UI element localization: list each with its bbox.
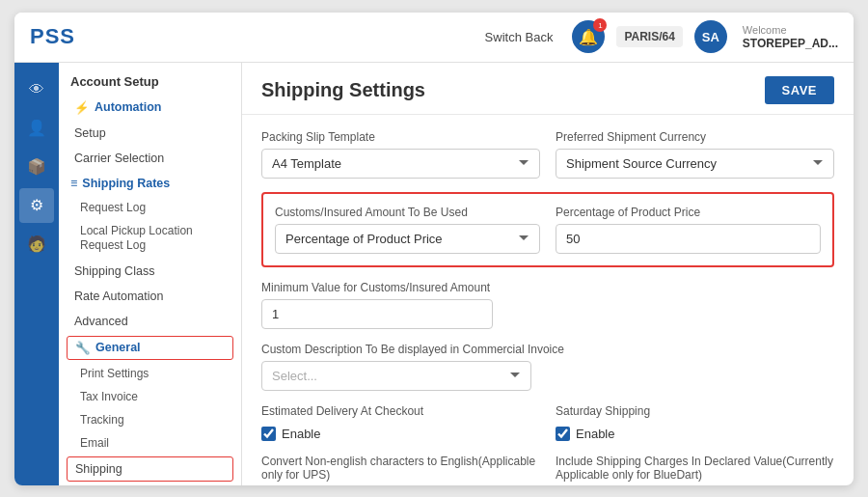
- sidebar-item-shipping[interactable]: Shipping: [67, 456, 233, 482]
- estimated-delivery-label: Estimated Delivery At Checkout: [261, 404, 540, 418]
- saturday-shipping-checkbox-label: Enable: [576, 427, 614, 441]
- notifications-button[interactable]: 🔔 1: [572, 20, 605, 53]
- sidebar-item-tax-invoice[interactable]: Tax Invoice: [59, 385, 241, 408]
- estimated-delivery-checkbox-item: Enable: [261, 427, 540, 441]
- saturday-shipping-label: Saturday Shipping: [556, 404, 834, 418]
- main-content: Shipping Settings SAVE Packing Slip Temp…: [242, 63, 854, 485]
- customs-label: Customs/Insured Amount To Be Used: [275, 206, 540, 219]
- sidebar-item-carrier-selection[interactable]: Carrier Selection: [59, 146, 241, 171]
- sidebar-item-tracking[interactable]: Tracking: [59, 408, 241, 431]
- automation-icon: ⚡: [74, 100, 90, 115]
- saturday-shipping-group: Saturday Shipping Enable: [556, 404, 834, 441]
- header: PSS Switch Back 🔔 1 PARIS/64 SA Welcome …: [14, 13, 854, 63]
- min-value-row: Minimum Value for Customs/Insured Amount: [261, 281, 834, 329]
- min-value-input[interactable]: [261, 299, 493, 329]
- content-body: Packing Slip Template A4 Template Prefer…: [242, 115, 854, 485]
- custom-desc-select[interactable]: Select...: [261, 361, 531, 391]
- convert-group: Convert Non-english characters to Englis…: [261, 455, 540, 482]
- general-icon: 🔧: [75, 341, 91, 355]
- icon-bar-person[interactable]: 🧑: [19, 227, 54, 262]
- min-value-group: Minimum Value for Customs/Insured Amount: [261, 281, 834, 329]
- sidebar-item-automation[interactable]: ⚡ Automation: [59, 95, 241, 121]
- save-button[interactable]: SAVE: [765, 76, 834, 104]
- icon-sidebar: 👁 👤 📦 ⚙ 🧑: [14, 63, 59, 485]
- logo: PSS: [30, 24, 75, 49]
- notification-badge: 1: [593, 18, 607, 32]
- estimated-delivery-checkbox[interactable]: [261, 427, 276, 441]
- estimated-delivery-group: Estimated Delivery At Checkout Enable: [261, 404, 540, 441]
- percentage-input[interactable]: [556, 224, 821, 254]
- welcome-label: Welcome: [743, 23, 838, 37]
- location-badge: PARIS/64: [616, 26, 682, 47]
- row-packing-currency: Packing Slip Template A4 Template Prefer…: [261, 130, 834, 179]
- sidebar-section-title: Account Setup: [59, 63, 241, 95]
- switch-back-link[interactable]: Switch Back: [485, 30, 554, 44]
- packing-slip-select[interactable]: A4 Template: [261, 149, 540, 179]
- custom-desc-label: Custom Description To Be displayed in Co…: [261, 343, 834, 356]
- customs-row: Customs/Insured Amount To Be Used Percen…: [275, 206, 821, 254]
- avatar: SA: [694, 20, 727, 53]
- sidebar-item-advanced[interactable]: Advanced: [59, 309, 241, 334]
- icon-bar-dashboard[interactable]: 👁: [19, 72, 54, 107]
- sidebar-item-print-settings[interactable]: Print Settings: [59, 362, 241, 385]
- include-group: Include Shipping Charges In Declared Val…: [556, 455, 834, 482]
- checkbox-row: Estimated Delivery At Checkout Enable Sa…: [261, 404, 834, 441]
- convert-row: Convert Non-english characters to Englis…: [261, 455, 834, 482]
- percentage-label: Percentage of Product Price: [556, 206, 821, 219]
- sidebar-item-email[interactable]: Email: [59, 431, 241, 455]
- customs-select[interactable]: Percentage of Product Price: [275, 224, 540, 254]
- preferred-currency-group: Preferred Shipment Currency Shipment Sou…: [556, 130, 834, 179]
- icon-bar-box[interactable]: 📦: [19, 150, 54, 184]
- sidebar-item-shipping-rates[interactable]: ≡ Shipping Rates: [59, 171, 241, 196]
- sidebar-item-shipping-class[interactable]: Shipping Class: [59, 259, 241, 284]
- custom-desc-group: Custom Description To Be displayed in Co…: [261, 343, 834, 391]
- packing-slip-group: Packing Slip Template A4 Template: [261, 130, 540, 179]
- convert-label: Convert Non-english characters to Englis…: [261, 455, 535, 482]
- username-label: STOREPEP_AD...: [743, 37, 838, 50]
- packing-slip-label: Packing Slip Template: [261, 130, 540, 144]
- sidebar-item-thermal-printer[interactable]: Thermal Printer: [59, 483, 241, 485]
- saturday-shipping-checkbox[interactable]: [556, 427, 570, 441]
- customs-group: Customs/Insured Amount To Be Used Percen…: [275, 206, 540, 254]
- percentage-group: Percentage of Product Price: [556, 206, 821, 254]
- sidebar-item-rate-automation[interactable]: Rate Automation: [59, 284, 241, 309]
- sidebar-item-general[interactable]: 🔧 General: [67, 336, 233, 360]
- preferred-currency-label: Preferred Shipment Currency: [556, 130, 834, 144]
- saturday-shipping-checkbox-item: Enable: [556, 427, 834, 441]
- icon-bar-settings[interactable]: ⚙: [19, 188, 54, 223]
- include-label: Include Shipping Charges In Declared Val…: [556, 455, 833, 482]
- sidebar-item-local-pickup[interactable]: Local Pickup Location Request Log: [59, 219, 241, 259]
- shipping-rates-icon: ≡: [70, 177, 77, 190]
- sidebar-item-request-log[interactable]: Request Log: [59, 196, 241, 219]
- icon-bar-users[interactable]: 👤: [19, 111, 54, 146]
- estimated-delivery-checkbox-label: Enable: [282, 427, 320, 441]
- min-value-label: Minimum Value for Customs/Insured Amount: [261, 281, 834, 294]
- sidebar-item-setup[interactable]: Setup: [59, 121, 241, 146]
- preferred-currency-select[interactable]: Shipment Source Currency: [556, 149, 834, 179]
- page-title: Shipping Settings: [261, 79, 425, 101]
- content-header: Shipping Settings SAVE: [242, 63, 854, 115]
- customs-section: Customs/Insured Amount To Be Used Percen…: [261, 192, 834, 267]
- sidebar: Account Setup ⚡ Automation Setup Carrier…: [59, 63, 242, 485]
- custom-desc-row: Custom Description To Be displayed in Co…: [261, 343, 834, 391]
